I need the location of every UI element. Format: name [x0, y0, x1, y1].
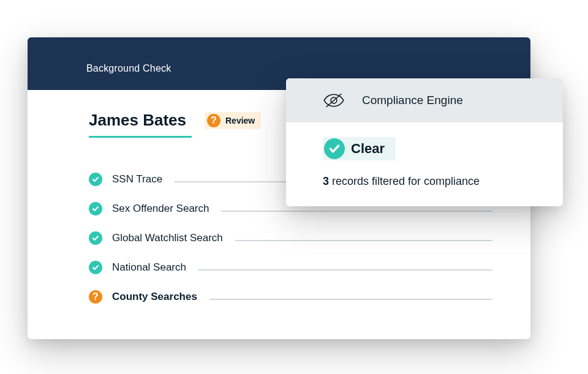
checkmark-icon	[89, 231, 102, 245]
eye-off-icon	[323, 92, 345, 109]
check-row-global-watchlist[interactable]: Global Watchlist Search	[89, 223, 492, 253]
candidate-name: James Bates	[89, 111, 186, 130]
filtered-line: 3 records filtered for compliance	[323, 175, 548, 188]
active-tab-underline	[89, 136, 192, 138]
check-label: National Search	[112, 261, 186, 274]
check-label: County Searches	[112, 291, 197, 303]
checkmark-icon	[89, 173, 102, 186]
compliance-title: Compliance Engine	[362, 94, 463, 107]
row-divider	[209, 299, 492, 300]
check-row-national[interactable]: National Search	[89, 253, 492, 282]
check-label: Global Watchlist Search	[112, 232, 223, 244]
question-icon: ?	[207, 114, 221, 127]
check-label: SSN Trace	[112, 173, 162, 185]
checkmark-icon	[324, 138, 345, 159]
filtered-text: records filtered for compliance	[332, 175, 480, 187]
header-title: Background Check	[86, 63, 171, 73]
question-icon: ?	[89, 290, 102, 304]
review-badge-label: Review	[225, 116, 255, 125]
compliance-body: Clear 3 records filtered for compliance	[286, 122, 563, 206]
compliance-popover: Compliance Engine Clear 3 records filter…	[286, 78, 563, 206]
row-divider	[221, 211, 492, 212]
row-divider	[198, 269, 492, 271]
row-divider	[235, 240, 492, 241]
filtered-count: 3	[323, 175, 329, 187]
checkmark-icon	[89, 261, 102, 274]
check-row-county[interactable]: ? County Searches	[89, 282, 492, 312]
check-label: Sex Offender Search	[112, 203, 209, 215]
clear-badge: Clear	[323, 137, 396, 160]
clear-label: Clear	[351, 141, 385, 157]
checkmark-icon	[89, 202, 102, 215]
compliance-header: Compliance Engine	[286, 78, 563, 122]
review-badge[interactable]: ? Review	[205, 112, 261, 129]
